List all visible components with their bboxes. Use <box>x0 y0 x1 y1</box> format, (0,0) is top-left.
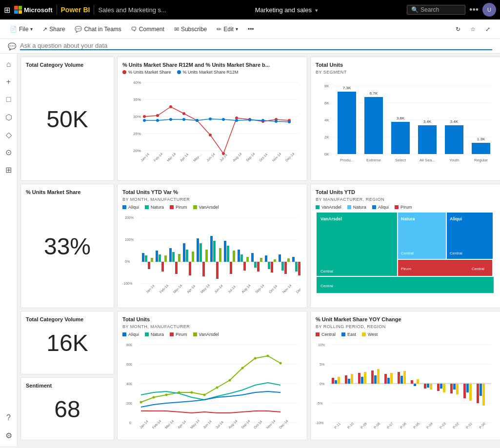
chevron-down-icon2: ▾ <box>236 26 238 32</box>
edit-icon: ✏ <box>217 26 221 33</box>
sidebar-home-icon[interactable]: ⌂ <box>2 58 16 71</box>
waffle-icon[interactable]: ⊞ <box>4 5 10 15</box>
ls-vanarsdel3 <box>193 332 197 336</box>
svg-text:20%: 20% <box>133 149 141 153</box>
comment-label: Comment <box>139 26 164 33</box>
line-chart-title: % Units Market Share R12M and % Units Ma… <box>122 62 302 68</box>
sidebar-apps-icon[interactable]: ⊞ <box>2 163 16 176</box>
legend-label2: % Units Market Share R12M <box>183 70 239 75</box>
edit-button[interactable]: ✏ Edit ▾ <box>213 24 242 35</box>
li-aliqui: Aliqui <box>122 205 139 210</box>
svg-rect-216 <box>453 384 456 390</box>
svg-text:6.7K: 6.7K <box>370 91 378 96</box>
svg-rect-206 <box>411 380 413 384</box>
svg-point-164 <box>267 355 269 357</box>
svg-text:Nov-14: Nov-14 <box>266 419 276 429</box>
sidebar-settings-icon[interactable]: ⚙ <box>2 429 16 442</box>
svg-text:Jan-14: Jan-14 <box>140 153 150 162</box>
svg-rect-209 <box>424 384 426 389</box>
ls-pirum <box>170 205 174 209</box>
powerbi-logo: Power BI <box>61 6 90 14</box>
bar-allsea <box>418 125 437 154</box>
card-title: Sentiment <box>26 383 109 389</box>
total-units-line-title: Total Units <box>122 316 302 322</box>
svg-text:Sep-14: Sep-14 <box>240 419 251 430</box>
svg-rect-97 <box>213 241 216 262</box>
svg-text:-5%: -5% <box>317 402 322 405</box>
svg-rect-116 <box>279 254 281 262</box>
svg-rect-86 <box>175 262 178 274</box>
avatar[interactable]: U <box>482 3 496 17</box>
bar-group-sep <box>251 253 262 272</box>
yoy-subtitle: BY ROLLING PERIOD, REGION <box>316 324 495 329</box>
subscribe-icon: ✉ <box>174 26 179 33</box>
divider <box>57 5 57 15</box>
svg-rect-203 <box>398 372 400 384</box>
svg-rect-82 <box>161 262 164 272</box>
center-title-text: Marketing and sales <box>255 6 312 14</box>
fullscreen-button[interactable]: ⤢ <box>481 24 494 35</box>
svg-point-32 <box>275 120 278 123</box>
svg-point-165 <box>280 362 282 365</box>
sidebar-learn-icon[interactable]: ? <box>2 411 16 425</box>
li-vanarsdel: VanArsdel <box>193 205 219 210</box>
refresh-button[interactable]: ↻ <box>452 24 464 35</box>
svg-text:Dec-14: Dec-14 <box>296 284 300 294</box>
svg-point-160 <box>216 387 219 389</box>
card-total-units-line: Total Units BY MONTH, MANUFACTURER Aliqu… <box>117 311 307 440</box>
svg-text:3.8K: 3.8K <box>397 116 405 120</box>
file-button[interactable]: 📄 File ▾ <box>6 24 37 35</box>
chat-button[interactable]: 💬 Chat in Teams <box>71 24 125 35</box>
svg-rect-102 <box>230 262 232 274</box>
sidebar-model-icon[interactable]: ◇ <box>2 128 16 141</box>
svg-text:Oct-14: Oct-14 <box>268 284 278 294</box>
ls-natura2 <box>347 205 351 209</box>
svg-text:2K: 2K <box>324 135 329 139</box>
search-box[interactable]: 🔍 Search <box>407 5 465 15</box>
bookmark-button[interactable]: ☆ <box>466 24 480 35</box>
svg-text:800: 800 <box>126 343 132 347</box>
subscribe-button[interactable]: ✉ Subscribe <box>170 24 211 35</box>
chevron-down-icon[interactable]: ▾ <box>315 7 318 13</box>
svg-rect-114 <box>271 262 273 273</box>
ms-text: Microsoft <box>24 6 53 14</box>
treemap-svg: VanArsdel Central Natura Central Aliqui … <box>316 212 494 294</box>
svg-rect-100 <box>224 241 226 262</box>
ll-vanarsdel2: VanArsdel <box>321 205 341 210</box>
share-button[interactable]: ↗ Share <box>39 24 69 35</box>
ll-vanarsdel3: VanArsdel <box>199 332 219 337</box>
comment-button[interactable]: 🗨 Comment <box>127 24 168 35</box>
sidebar-data-icon[interactable]: ⬡ <box>2 110 16 124</box>
ls-aliqui2 <box>372 205 376 209</box>
li-vanarsdel3: VanArsdel <box>193 332 219 337</box>
qa-input[interactable] <box>20 42 492 50</box>
li-west: West <box>362 332 378 337</box>
svg-rect-103 <box>233 251 235 262</box>
svg-text:Regular: Regular <box>474 158 488 162</box>
qa-bar: 💬 <box>0 39 500 54</box>
svg-text:P-09: P-09 <box>360 422 367 429</box>
svg-rect-106 <box>243 262 246 271</box>
sidebar-ai-icon[interactable]: ⊙ <box>2 145 16 159</box>
ellipsis-icon[interactable]: ••• <box>469 5 479 15</box>
svg-point-163 <box>254 357 257 360</box>
ls-vanarsdel2 <box>316 205 320 209</box>
svg-text:Central: Central <box>472 267 484 271</box>
svg-point-31 <box>261 119 264 122</box>
svg-text:Jan-14: Jan-14 <box>139 420 149 429</box>
svg-text:P-01: P-01 <box>465 422 473 429</box>
svg-point-161 <box>229 379 231 382</box>
svg-point-154 <box>140 401 142 404</box>
svg-text:Nov-14: Nov-14 <box>282 284 292 294</box>
total-units-line-svg: 800 600 400 200 0 <box>122 339 300 431</box>
top-bar: ⊞ Microsoft Power BI Sales and Marketing… <box>0 0 500 19</box>
bookmark-icon: ☆ <box>470 26 476 33</box>
sidebar-add-icon[interactable]: + <box>2 75 16 89</box>
li-pirum: Pirum <box>170 205 187 210</box>
svg-text:Aliqui: Aliqui <box>450 216 462 221</box>
svg-text:Central: Central <box>401 251 414 255</box>
svg-rect-112 <box>265 255 267 262</box>
more-button[interactable]: ••• <box>244 24 258 35</box>
li-east: East <box>341 332 356 337</box>
sidebar-report-icon[interactable]: □ <box>2 93 16 106</box>
